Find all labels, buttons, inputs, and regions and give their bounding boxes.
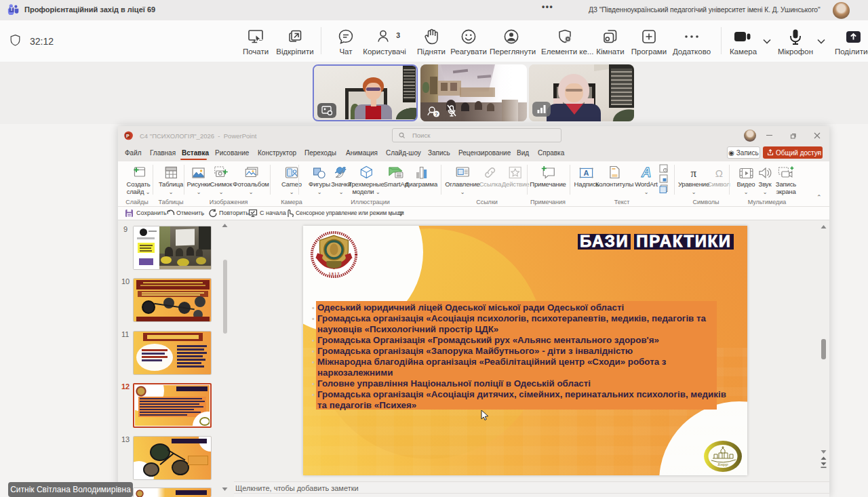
svg-text:P: P (126, 134, 130, 138)
svg-text:1 8 1 7: 1 8 1 7 (329, 272, 340, 276)
svg-text:A: A (584, 169, 589, 177)
svg-text:π: π (691, 167, 697, 179)
svg-text:?: ? (435, 111, 438, 117)
svg-text:A: A (641, 165, 651, 179)
svg-text:Бмрр: Бмрр (717, 462, 728, 467)
svg-text:Ω: Ω (715, 167, 722, 179)
svg-text:T: T (10, 7, 13, 12)
